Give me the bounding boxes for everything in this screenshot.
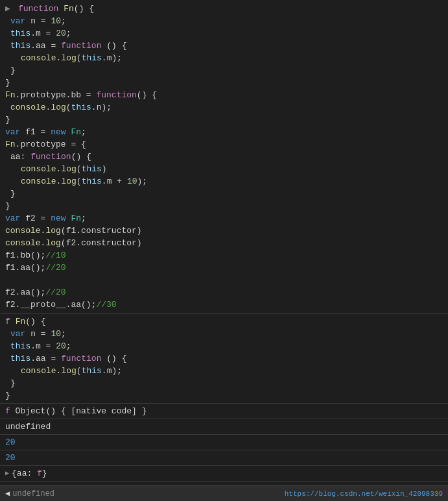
code-text: . <box>56 175 62 188</box>
keyword: this <box>82 52 102 64</box>
code-text: ( <box>66 101 71 114</box>
code-line: aa: function () { <box>0 151 448 163</box>
code-text <box>66 212 71 225</box>
number: 10 <box>127 175 137 188</box>
output-line: this .m = 20 ; <box>0 340 448 352</box>
code-text: f2.aa(); <box>5 286 45 299</box>
keyword: function <box>18 3 58 15</box>
output-value: } <box>42 467 47 480</box>
code-text: ; <box>61 15 66 27</box>
output-marker: f <box>5 405 10 417</box>
code-text: ; <box>81 212 86 225</box>
code-text: () { <box>137 89 157 101</box>
bottom-left: ◀ undefined <box>5 489 54 498</box>
code-line: console . log (f1.constructor) <box>0 225 448 237</box>
output-line: this .aa = function () { <box>0 352 448 365</box>
keyword: function <box>61 352 101 365</box>
output-20-2: 20 <box>0 450 448 466</box>
bottom-undefined-text: undefined <box>12 489 54 498</box>
output-value: undefined <box>5 421 51 433</box>
code-line: console . log ( this .n); <box>0 101 448 114</box>
code-text: ( <box>77 365 82 377</box>
code-line: console . log ( this .m + 10 ); <box>0 175 448 188</box>
output-line: f Fn () { <box>0 315 448 328</box>
code-text: ( <box>77 175 82 188</box>
output-marker: f <box>5 315 10 328</box>
fn-name: log <box>45 225 60 237</box>
code-text: n = <box>25 15 51 27</box>
keyword: var <box>10 15 25 27</box>
keyword: function <box>30 151 71 163</box>
fn-name: console <box>21 175 56 188</box>
code-text: f2.__proto__.aa(); <box>5 299 96 311</box>
fn-name: Fn <box>5 138 16 151</box>
output-object: f Object() { [native code] } <box>0 404 448 419</box>
code-text: ); <box>137 175 147 188</box>
fn-name: console <box>5 237 41 249</box>
fn-name: log <box>51 101 65 114</box>
fn-name: Fn <box>71 212 81 225</box>
fn-name: console <box>21 52 56 64</box>
code-text: () { <box>74 3 94 15</box>
keyword: this <box>71 101 91 114</box>
output-line: var n = 10 ; <box>0 328 448 340</box>
code-text: ( <box>77 52 82 64</box>
fn-name: log <box>61 175 76 188</box>
code-line: } <box>0 200 448 212</box>
code-text <box>5 274 10 286</box>
code-line: this .m = 20 ; <box>0 27 448 40</box>
code-text: . <box>46 101 51 114</box>
fn-name: log <box>61 163 76 175</box>
keyword: this <box>10 352 30 365</box>
arrow-icon: ▶ <box>5 3 16 15</box>
code-text: f1.bb(); <box>5 249 45 262</box>
code-section: ▶ function Fn () { var n = 10 ; this .m … <box>0 0 448 314</box>
expand-icon[interactable]: ▶ <box>5 467 9 480</box>
code-text: (f2.constructor) <box>61 237 142 249</box>
output-f: f <box>37 467 42 480</box>
code-text: . <box>56 163 62 175</box>
number: 20 <box>56 27 66 40</box>
bottom-url: https://blog.csdn.net/weixin_42098339 <box>285 490 443 498</box>
bottom-right-link: https://blog.csdn.net/weixin_42098339 <box>285 490 443 498</box>
code-text: .m = <box>30 27 56 40</box>
keyword: var <box>5 126 20 138</box>
fn-name: console <box>5 225 41 237</box>
keyword: function <box>61 40 101 52</box>
keyword: this <box>82 163 102 175</box>
code-text: } <box>10 377 16 389</box>
comment: //10 <box>45 249 65 262</box>
code-text: . <box>56 52 62 64</box>
output-value: 20 <box>5 452 16 464</box>
code-text: .m + <box>102 175 127 188</box>
code-text: () { <box>101 40 126 52</box>
code-text: .m); <box>102 52 122 64</box>
fn-name: log <box>45 237 60 249</box>
keyword: this <box>10 340 30 352</box>
output-line: undefined <box>0 421 448 433</box>
output-line: console . log ( this .m); <box>0 365 448 377</box>
comment: //30 <box>96 299 116 311</box>
code-text: } <box>5 200 10 212</box>
number: 10 <box>51 15 61 27</box>
fn-name: log <box>61 365 76 377</box>
code-line: var n = 10 ; <box>0 15 448 27</box>
keyword: var <box>10 328 25 340</box>
code-line: f2.aa(); //20 <box>0 286 448 299</box>
code-line: } <box>0 114 448 126</box>
code-line: ▶ function Fn () { <box>0 3 448 15</box>
code-text: .m); <box>102 365 122 377</box>
code-text: ( <box>77 163 82 175</box>
number: 10 <box>51 328 61 340</box>
fn-name: Fn <box>64 3 74 15</box>
output-value: {aa: <box>12 467 37 480</box>
keyword: new <box>51 212 65 225</box>
comment: //20 <box>45 262 65 274</box>
code-text <box>10 315 16 328</box>
code-line: } <box>0 77 448 89</box>
fn-name: Fn <box>16 315 26 328</box>
output-line: 20 <box>0 436 448 448</box>
code-line: console . log ( this ) <box>0 163 448 175</box>
code-text: n = <box>25 328 51 340</box>
output-aa-obj: ▶ {aa: f } <box>0 466 448 482</box>
